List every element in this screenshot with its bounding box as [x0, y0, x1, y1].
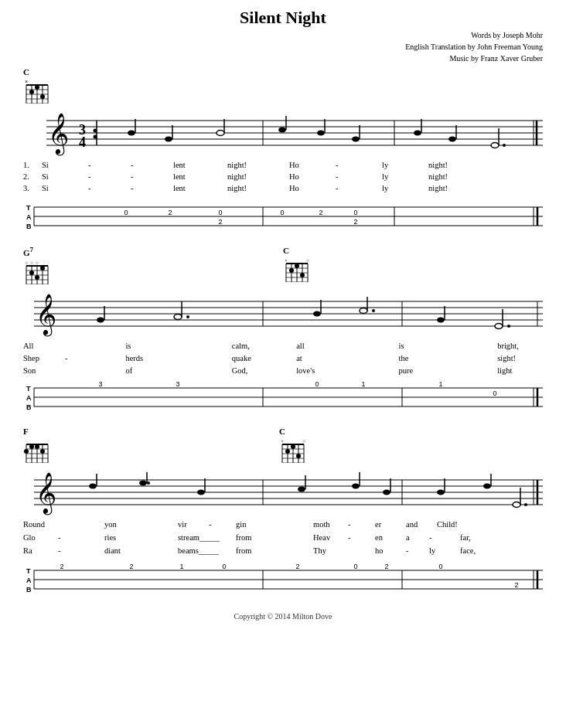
- tab-section3: T A B 2 2 1 0 2 0 2 0: [23, 563, 543, 597]
- svg-point-120: [495, 323, 503, 328]
- svg-text:2: 2: [168, 209, 172, 216]
- svg-text:2: 2: [514, 581, 518, 589]
- chord-G7: G7 ○ ○ ○: [23, 246, 51, 284]
- chord-C-1: C ×: [23, 67, 51, 104]
- lyric-row-2-1: All is calm, all is bright,: [23, 342, 543, 350]
- svg-point-192: [437, 489, 445, 495]
- svg-text:A: A: [26, 213, 32, 221]
- svg-text:𝄞: 𝄞: [36, 472, 56, 515]
- lyric-row-1-1: 1. Si - - lent night! Ho - ly night!: [23, 161, 543, 169]
- svg-text:B: B: [26, 586, 32, 594]
- chord-name-g7: G7: [23, 246, 33, 257]
- svg-point-122: [507, 325, 510, 328]
- svg-text:4: 4: [79, 134, 86, 150]
- staff-3: 𝄞: [23, 464, 543, 519]
- attribution-line1: Words by Joseph Mohr: [23, 29, 543, 41]
- lyric-row-2-2: Shep - herds quake at the sight!: [23, 354, 543, 362]
- svg-point-25: [128, 131, 135, 136]
- svg-point-96: [289, 268, 294, 273]
- svg-point-97: [295, 264, 299, 268]
- svg-text:0: 0: [280, 209, 284, 216]
- svg-point-188: [352, 483, 360, 488]
- chord-diagram-G7: ○ ○ ○: [23, 258, 51, 284]
- section-3: F: [23, 427, 543, 597]
- chord-name: C: [23, 67, 29, 77]
- staff-svg-2: 𝄞: [23, 286, 543, 340]
- svg-text:A: A: [26, 577, 32, 584]
- svg-text:T: T: [26, 385, 31, 393]
- page-title: Silent Night: [23, 8, 543, 28]
- svg-point-168: [296, 454, 301, 458]
- svg-text:○: ○: [36, 260, 39, 265]
- svg-point-181: [139, 480, 147, 485]
- svg-point-98: [300, 273, 305, 277]
- svg-point-42: [448, 137, 456, 142]
- chord-name-c3: C: [279, 427, 285, 436]
- svg-text:0: 0: [124, 209, 128, 216]
- svg-point-115: [360, 308, 367, 313]
- svg-point-12: [35, 85, 39, 90]
- chord-area-3: F: [23, 427, 543, 463]
- staff-svg-3: 𝄞: [23, 464, 543, 519]
- svg-point-13: [40, 94, 45, 99]
- svg-text:0: 0: [353, 209, 357, 216]
- title-area: Silent Night: [23, 8, 543, 28]
- svg-point-183: [147, 481, 150, 485]
- tab-section2: T A B 3 3 0 1 1 0: [23, 380, 543, 414]
- lyrics-section1: 1. Si - - lent night! Ho - ly night! 2. …: [23, 161, 543, 199]
- svg-point-152: [40, 449, 45, 454]
- chord-name-c2: C: [283, 246, 289, 255]
- svg-text:2: 2: [60, 563, 63, 570]
- svg-point-40: [414, 131, 421, 136]
- svg-text:3: 3: [98, 380, 102, 388]
- staff-2: 𝄞: [23, 286, 543, 340]
- svg-point-37: [352, 137, 360, 142]
- svg-text:×: ×: [281, 439, 283, 444]
- svg-text:T: T: [26, 204, 31, 212]
- svg-point-44: [491, 143, 499, 148]
- attribution-line2: English Translation by John Freeman Youn…: [23, 41, 543, 53]
- svg-text:×: ×: [285, 258, 287, 263]
- attribution-line3: Music by Franz Xaver Gruber: [23, 53, 543, 64]
- svg-text:2: 2: [384, 563, 388, 570]
- svg-point-30: [217, 131, 224, 136]
- svg-point-110: [174, 314, 182, 319]
- copyright-text: Copyright © 2014 Milton Dove: [234, 612, 332, 621]
- svg-point-117: [372, 309, 375, 312]
- svg-text:3: 3: [176, 380, 179, 388]
- svg-text:2: 2: [319, 209, 322, 216]
- svg-text:T: T: [26, 567, 31, 575]
- svg-point-113: [313, 311, 321, 316]
- svg-point-118: [437, 317, 445, 322]
- svg-point-11: [29, 90, 34, 94]
- chord-area-2: G7 ○ ○ ○: [23, 246, 543, 284]
- svg-text:𝄞: 𝄞: [48, 113, 69, 156]
- svg-point-166: [285, 449, 290, 454]
- chord-diagram-F: [23, 437, 51, 463]
- svg-text:0: 0: [315, 380, 319, 388]
- svg-text:○: ○: [302, 439, 305, 444]
- chord-diagram-C3: × ○: [279, 437, 307, 463]
- svg-point-194: [483, 483, 491, 488]
- svg-text:0: 0: [438, 563, 442, 570]
- chord-F: F: [23, 427, 51, 463]
- svg-point-153: [24, 449, 29, 454]
- svg-text:𝄞: 𝄞: [36, 294, 56, 337]
- svg-point-151: [35, 444, 39, 449]
- svg-point-198: [524, 503, 527, 506]
- svg-text:○: ○: [306, 258, 309, 263]
- lyrics-section3: Round yon vir - gin moth - er and Child!…: [23, 520, 543, 563]
- svg-point-82: [35, 275, 39, 280]
- lyric-row-3-1: Round yon vir - gin moth - er and Child!: [23, 520, 543, 529]
- svg-point-196: [513, 502, 520, 507]
- svg-text:0: 0: [493, 390, 496, 397]
- page: Silent Night Words by Joseph Mohr Englis…: [0, 0, 566, 728]
- svg-text:2: 2: [129, 563, 133, 570]
- svg-point-179: [89, 483, 97, 488]
- svg-point-108: [97, 317, 104, 322]
- section-2: G7 ○ ○ ○: [23, 246, 543, 414]
- svg-text:2: 2: [353, 218, 357, 226]
- svg-point-35: [317, 131, 325, 136]
- chord-name-f: F: [23, 427, 29, 436]
- svg-text:0: 0: [218, 209, 222, 216]
